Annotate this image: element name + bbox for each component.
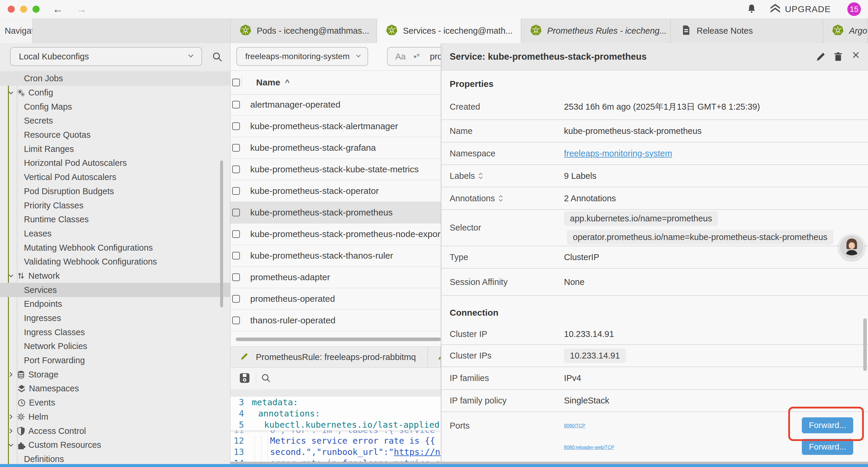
sidebar-item-leases[interactable]: Leases [0,227,230,241]
sidebar-item-network[interactable]: Network [0,269,230,283]
avatar[interactable] [839,234,864,260]
table-row-kube-prometheus-stack-prometheus-node-expor[interactable]: kube-prometheus-stack-prometheus-node-ex… [230,224,441,245]
chevron-right-icon[interactable] [6,427,16,435]
kubeconfig-selector[interactable]: Local Kubeconfigs [10,47,202,66]
namespace-selector[interactable]: freeleaps-monitoring-system [236,47,368,66]
tab-navigator[interactable]: Navigator [0,18,32,43]
forward-button-8080[interactable]: Forward... [802,439,853,455]
tab-pods[interactable]: Pods - icecheng@mathmas... [231,18,377,43]
horizontal-scrollbar[interactable] [236,338,441,341]
table-row-kube-prometheus-stack-grafana[interactable]: kube-prometheus-stack-grafana [230,137,441,159]
row-checkbox[interactable] [232,166,240,173]
row-checkbox[interactable] [232,230,240,238]
sidebar-item-horizontal-pod-autoscalers[interactable]: Horizontal Pod Autoscalers [0,156,230,170]
row-checkbox[interactable] [232,144,240,152]
row-checkbox[interactable] [232,209,240,216]
yaml-editor[interactable]: 3metadata: 4annotations: 5kubectl.kubern… [230,397,441,467]
minimize-window-button[interactable] [20,6,27,13]
close-icon[interactable]: × [852,49,860,61]
table-row-kube-prometheus-stack-prometheus[interactable]: kube-prometheus-stack-prometheus [230,202,441,224]
sidebar-scrollbar[interactable] [220,160,223,308]
sidebar-item-config[interactable]: Config [0,86,230,100]
name-column-header[interactable]: Name [256,78,280,87]
table-row-thanos-ruler-operated[interactable]: thanos-ruler-operated [230,310,441,331]
annotations-value[interactable]: 2 Annotations [564,194,616,203]
row-checkbox[interactable] [232,101,240,109]
chevron-right-icon[interactable] [6,412,16,421]
sidebar-item-endpoints[interactable]: Endpoints [0,297,230,311]
sidebar-item-resource-quotas[interactable]: Resource Quotas [0,128,230,142]
table-row-prometheus-operated[interactable]: prometheus-operated [230,288,441,310]
sidebar-item-access-control[interactable]: Access Control [0,424,230,438]
row-checkbox[interactable] [232,317,240,324]
match-case-toggle[interactable]: Aa [395,52,406,61]
sidebar-item-validating-webhook-configurations[interactable]: Validating Webhook Configurations [0,255,230,269]
sidebar-item-secrets[interactable]: Secrets [0,114,230,128]
table-row-kube-prometheus-stack-kube-state-metrics[interactable]: kube-prometheus-stack-kube-state-metrics [230,159,441,180]
name-filter-input[interactable]: Aa ▪* prome [387,47,441,66]
select-all-checkbox[interactable] [232,79,240,86]
tab-services[interactable]: Services - icecheng@math... × [377,18,521,43]
sidebar-item-helm[interactable]: Helm [0,410,230,424]
sidebar-item-namespaces[interactable]: Namespaces [0,382,230,396]
sidebar-item-custom-resources[interactable]: Custom Resources [0,438,230,452]
sidebar-item-priority-classes[interactable]: Priority Classes [0,198,230,212]
sidebar-item-ingresses[interactable]: Ingresses [0,311,230,325]
editor-search-icon[interactable] [260,372,272,385]
chevron-down-icon[interactable] [6,271,16,280]
save-icon[interactable] [239,372,251,385]
runbook-url-link[interactable]: https://net [394,447,441,457]
sidebar-item-runtime-classes[interactable]: Runtime Classes [0,212,230,227]
back-arrow-icon[interactable]: ← [53,4,63,14]
tab-release-notes[interactable]: Release Notes [671,18,823,43]
namespace-link[interactable]: freeleaps-monitoring-system [564,149,672,158]
chevron-right-icon[interactable] [6,370,16,379]
close-window-button[interactable] [8,6,15,13]
sidebar-item-storage[interactable]: Storage [0,368,230,382]
edit-icon[interactable] [815,52,826,62]
expand-collapse-icon[interactable] [498,195,503,202]
table-row-alertmanager-operated[interactable]: alertmanager-operated [230,94,441,116]
editor-tab-prometheusrule[interactable]: PrometheusRule: freeleaps-prod-rabbitmq [230,347,428,368]
row-checkbox[interactable] [232,273,240,281]
highlight-annotation [788,407,864,441]
notification-badge[interactable]: 15 [847,2,861,16]
table-row-kube-prometheus-stack-operator[interactable]: kube-prometheus-stack-operator [230,180,441,202]
tab-argo[interactable]: Argo Se [823,18,868,43]
bell-icon[interactable] [747,4,756,15]
table-row-kube-prometheus-stack-alertmanager[interactable]: kube-prometheus-stack-alertmanager [230,116,441,137]
search-icon[interactable] [211,51,223,64]
table-row-prometheus-adapter[interactable]: prometheus-adapter [230,267,441,288]
sidebar-item-ingress-classes[interactable]: Ingress Classes [0,325,230,339]
sort-ascending-icon[interactable]: ^ [285,78,289,87]
sidebar-item-limit-ranges[interactable]: Limit Ranges [0,142,230,156]
port-link-9090[interactable]: 9090/TCP [564,423,585,429]
sidebar-item-vertical-pod-autoscalers[interactable]: Vertical Pod Autoscalers [0,170,230,184]
sidebar-item-events[interactable]: Events [0,396,230,410]
sidebar-item-port-forwarding[interactable]: Port Forwarding [0,353,230,368]
sidebar-item-network-policies[interactable]: Network Policies [0,339,230,353]
panel-scrollbar[interactable] [863,318,867,371]
tab-prometheus-rules[interactable]: Prometheus Rules - icecheng... [521,18,671,43]
sidebar-item-mutating-webhook-configurations[interactable]: Mutating Webhook Configurations [0,241,230,255]
row-checkbox[interactable] [232,252,240,260]
zoom-window-button[interactable] [32,6,39,13]
row-checkbox[interactable] [232,295,240,303]
sidebar-item-config-maps[interactable]: Config Maps [0,99,230,114]
sidebar-item-services[interactable]: Services [0,283,230,297]
labels-value[interactable]: 9 Labels [564,171,596,181]
upgrade-button[interactable]: UPGRADE [770,4,831,15]
row-checkbox[interactable] [232,187,240,195]
editor-tab-next[interactable] [428,347,441,368]
port-link-8080[interactable]: 8080:reloader-web/TCP [564,445,614,450]
chevron-down-icon[interactable] [6,88,16,97]
table-row-kube-prometheus-stack-thanos-ruler[interactable]: kube-prometheus-stack-thanos-ruler [230,245,441,267]
delete-icon[interactable] [833,52,844,62]
chevron-down-icon[interactable] [6,441,16,449]
regex-toggle[interactable]: ▪* [413,52,420,61]
row-checkbox[interactable] [232,122,240,130]
sidebar-item-cron-jobs[interactable]: Cron Jobs [0,71,230,86]
forward-arrow-icon[interactable]: → [76,4,87,14]
sidebar-item-pod-disruption-budgets[interactable]: Pod Disruption Budgets [0,184,230,199]
expand-collapse-icon[interactable] [478,172,483,180]
